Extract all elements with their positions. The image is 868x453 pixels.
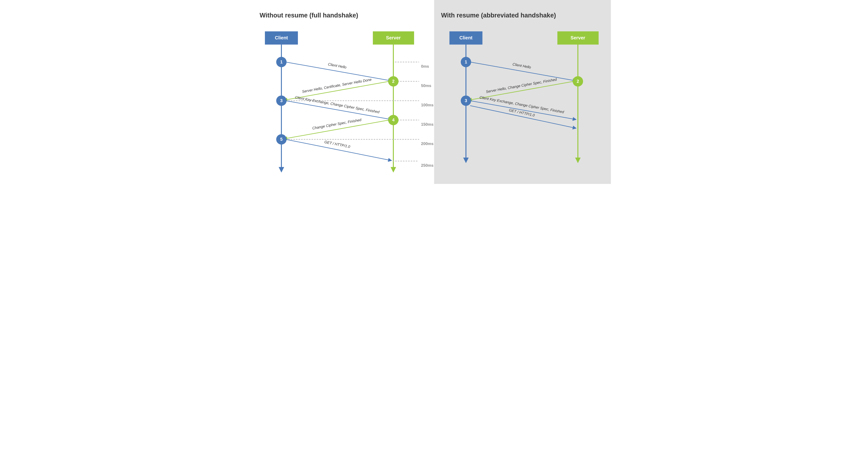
left-msg-2-label: Server Hello, Certificate, Server Hello … [302,77,372,94]
left-node-5-num: 5 [280,137,282,142]
diagram-svg: Client Server Client Hello Client Hello … [257,0,611,184]
right-node-2-num: 2 [577,79,579,84]
right-server-label: Server [570,35,585,40]
left-msg-5-label: GET / HTTP/1.0 [324,140,350,149]
left-node-4-num: 4 [392,118,394,122]
diagram-root: Without resume (full handshake) With res… [257,0,611,184]
right-node-1-num: 1 [465,60,467,64]
left-msg-1-label: Client Hello [248,0,267,1]
left-msg-1-label-tp: Client Hello [328,62,347,69]
left-server-label: Server [386,35,400,40]
right-msg-1-label: Client Hello [512,62,531,69]
right-msg-3b-label: GET / HTTP/1.0 [508,108,535,117]
left-node-2-num: 2 [392,79,394,84]
left-msg-4-label: Change Cipher Spec, Finished [312,118,362,130]
left-client-label: Client [275,35,288,40]
left-node-3-num: 3 [280,98,282,103]
right-client-label: Client [459,35,472,40]
right-msg-2-label: Server Hello, Change Cipher Spec, Finish… [486,77,557,94]
left-node-1-num: 1 [280,60,282,64]
right-diagram: Client Server Client Hello Server Hello,… [450,31,599,160]
right-node-3-num: 3 [465,98,467,103]
left-diagram: Client Server Client Hello Client Hello … [248,0,419,170]
